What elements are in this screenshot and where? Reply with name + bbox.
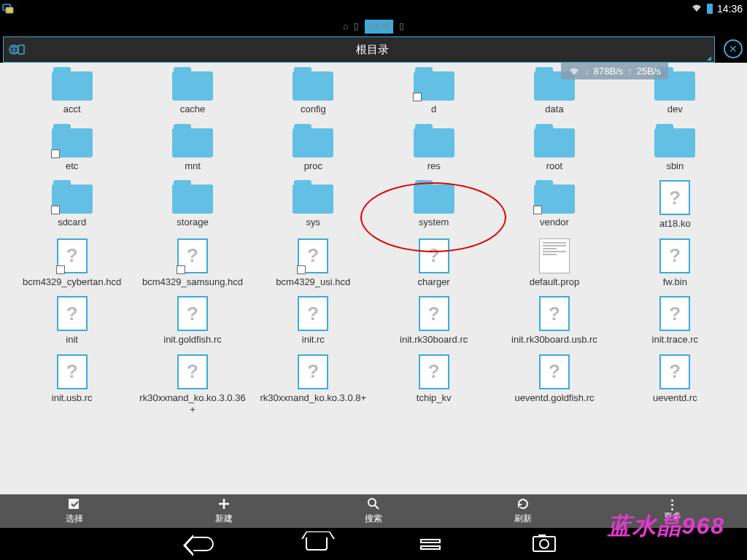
- file-label: cache: [180, 104, 206, 115]
- file-item[interactable]: cache: [135, 67, 249, 115]
- file-item[interactable]: ?rk30xxnand_ko.ko.3.0.8+: [256, 354, 371, 415]
- svg-rect-3: [18, 45, 24, 54]
- folder-icon: [293, 124, 333, 158]
- file-item[interactable]: sdcard: [15, 180, 129, 230]
- unknown-file-icon: ?: [298, 296, 328, 331]
- refresh-button[interactable]: 刷新: [448, 494, 597, 528]
- file-label: root: [546, 160, 562, 172]
- unknown-file-icon: ?: [539, 354, 570, 389]
- tab-local[interactable]: ▯本地: [365, 20, 393, 34]
- wifi-small-icon: [568, 67, 580, 76]
- file-label: ueventd.goldfish.rc: [514, 392, 594, 404]
- select-button[interactable]: 选择: [0, 494, 150, 528]
- file-label: tchip_kv: [417, 392, 452, 404]
- search-button[interactable]: 搜索: [299, 494, 449, 528]
- folder-icon: [414, 180, 454, 214]
- file-item[interactable]: ?init.goldfish.rc: [135, 296, 249, 346]
- file-label: etc: [66, 160, 78, 172]
- file-item[interactable]: proc: [256, 124, 371, 172]
- file-item[interactable]: ?charger: [376, 238, 491, 288]
- file-item[interactable]: ?init: [15, 296, 129, 346]
- file-item[interactable]: vendor: [497, 180, 611, 230]
- file-item[interactable]: root: [497, 124, 611, 172]
- close-button[interactable]: ✕: [724, 39, 743, 58]
- file-label: init.trace.rc: [652, 334, 699, 346]
- folder-icon: [654, 124, 695, 158]
- plus-icon: [217, 497, 231, 513]
- file-item[interactable]: ?bcm4329_cybertan.hcd: [15, 238, 129, 288]
- nav-recent-button[interactable]: [417, 534, 444, 554]
- file-label: init.rk30board.usb.rc: [511, 334, 597, 346]
- globe-device-icon[interactable]: [4, 37, 30, 62]
- file-item[interactable]: ?ueventd.goldfish.rc: [497, 354, 611, 415]
- file-item[interactable]: ?at18.ko: [618, 180, 732, 230]
- file-item[interactable]: ?bcm4329_usi.hcd: [256, 238, 371, 288]
- folder-icon: [52, 124, 93, 158]
- unknown-file-icon: ?: [659, 238, 690, 273]
- nav-screenshot-button[interactable]: [531, 534, 557, 554]
- file-label: ueventd.rc: [653, 392, 697, 404]
- file-label: bcm4329_cybertan.hcd: [23, 276, 121, 288]
- file-item[interactable]: mnt: [135, 124, 249, 172]
- file-item[interactable]: default.prop: [497, 238, 611, 288]
- file-item[interactable]: ?init.usb.rc: [15, 354, 129, 415]
- tab-home-icon[interactable]: ⌂: [343, 21, 348, 31]
- file-item[interactable]: ?fw.bin: [618, 238, 732, 288]
- unknown-file-icon: ?: [57, 296, 88, 331]
- status-time: 14:36: [717, 3, 743, 15]
- nav-home-button[interactable]: [303, 534, 330, 554]
- unknown-file-icon: ?: [177, 296, 208, 331]
- file-item[interactable]: ?tchip_kv: [376, 354, 491, 415]
- file-label: vendor: [540, 217, 569, 228]
- file-item[interactable]: sys: [256, 180, 371, 230]
- wifi-icon: [691, 3, 703, 15]
- file-item[interactable]: acct: [15, 67, 129, 115]
- file-item[interactable]: ?bcm4329_samsung.hcd: [135, 238, 249, 288]
- file-label: storage: [177, 217, 208, 228]
- folder-icon: [52, 180, 93, 214]
- file-label: fw.bin: [663, 276, 687, 288]
- file-label: dev: [667, 104, 683, 115]
- file-item[interactable]: ?ueventd.rc: [618, 354, 732, 415]
- file-grid-area: acctcacheconfigddatadevetcmntprocresroot…: [0, 63, 747, 494]
- path-bar[interactable]: 根目录: [3, 36, 715, 63]
- download-speed: 878B/s: [594, 66, 623, 77]
- file-item[interactable]: etc: [15, 124, 129, 172]
- tab-sd-icon[interactable]: ▯: [354, 21, 359, 31]
- nav-back-button[interactable]: [190, 534, 216, 554]
- tab-sd2-icon[interactable]: ▯: [399, 21, 404, 31]
- new-button[interactable]: 新建: [150, 494, 299, 528]
- file-item[interactable]: system: [376, 180, 491, 230]
- file-item[interactable]: storage: [135, 180, 249, 230]
- unknown-file-icon: ?: [659, 354, 690, 389]
- unknown-file-icon: ?: [539, 296, 570, 331]
- file-item[interactable]: ?rk30xxnand_ko.ko.3.0.36+: [135, 354, 249, 415]
- folder-icon: [172, 67, 213, 101]
- file-item[interactable]: d: [376, 67, 491, 115]
- file-label: charger: [418, 276, 450, 288]
- select-icon: [67, 497, 82, 513]
- file-label: mnt: [185, 160, 201, 172]
- upload-arrow-icon: ↑: [627, 66, 632, 77]
- unknown-file-icon: ?: [57, 354, 88, 389]
- file-item[interactable]: ?init.rk30board.usb.rc: [497, 296, 611, 346]
- file-item[interactable]: ?init.trace.rc: [618, 296, 732, 346]
- dropdown-triangle-icon[interactable]: [707, 56, 711, 61]
- file-label: bcm4329_samsung.hcd: [142, 276, 243, 288]
- file-item[interactable]: ?init.rk30board.rc: [376, 296, 491, 346]
- file-item[interactable]: res: [376, 124, 491, 172]
- file-label: default.prop: [530, 276, 580, 288]
- file-item[interactable]: config: [256, 67, 371, 115]
- path-title: 根目录: [30, 43, 714, 57]
- tab-strip: ⌂ ▯ ▯本地 ▯: [0, 18, 747, 35]
- file-label: res: [427, 160, 441, 172]
- folder-icon: [172, 180, 213, 214]
- file-item[interactable]: sbin: [618, 124, 732, 172]
- unknown-file-icon: ?: [298, 354, 328, 389]
- text-file-icon: [539, 238, 570, 273]
- file-label: rk30xxnand_ko.ko.3.0.36+: [138, 392, 247, 415]
- network-speed-overlay: ↓878B/s ↑25B/s: [561, 63, 668, 79]
- file-item[interactable]: ?init.rc: [256, 296, 371, 346]
- more-icon: [671, 499, 673, 510]
- file-label: d: [431, 104, 436, 115]
